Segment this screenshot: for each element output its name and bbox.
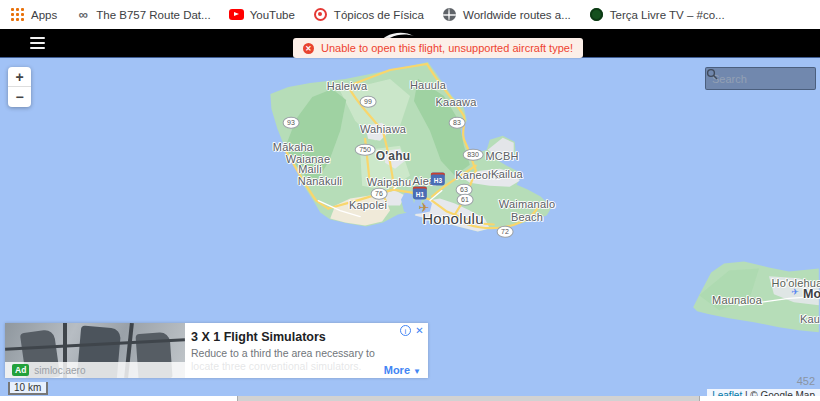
honolulu-airport-icon[interactable]: ✈ <box>419 201 430 214</box>
bookmark-label: Worldwide routes a... <box>463 9 571 21</box>
map-label: Haleiwa <box>327 80 368 93</box>
horizontal-scrollbar[interactable] <box>0 396 820 401</box>
map-label: Kaaawa <box>436 96 477 109</box>
map-label: Honolulu <box>422 210 484 227</box>
globe-icon <box>442 7 457 22</box>
map-label: Molo <box>803 287 820 301</box>
bookmark-b757-route[interactable]: ∞ The B757 Route Dat... <box>75 7 210 22</box>
map-label: Waimanalo Beach <box>499 198 555 223</box>
zoom-in-button[interactable]: + <box>8 67 31 87</box>
scrollbar-thumb[interactable] <box>237 396 700 401</box>
menu-icon[interactable] <box>30 37 45 49</box>
ad-badge: Ad <box>12 364 29 376</box>
molokai-airport-icon[interactable]: ✈ <box>791 288 799 297</box>
ad-close-icon[interactable]: ✕ <box>414 325 425 336</box>
bookmark-label: YouTube <box>250 9 295 21</box>
route-shield-icon: 750 <box>355 144 376 156</box>
green-dot-icon <box>589 7 604 22</box>
ad-headline[interactable]: 3 X 1 Flight Simulators <box>191 330 326 344</box>
map-scale: 10 km <box>8 382 48 395</box>
youtube-icon <box>229 7 244 22</box>
map-label: MCBH <box>485 150 518 163</box>
link-icon: ∞ <box>75 7 90 22</box>
interstate-shield-icon: H3 <box>431 173 445 186</box>
bookmark-apps[interactable]: Apps <box>10 7 57 22</box>
ad-footer: Ad simloc.aero More ▼ <box>5 362 428 378</box>
adchoices-icon[interactable]: i <box>400 325 411 336</box>
app-header: ✕ Unable to open this flight, unsupporte… <box>0 29 820 57</box>
bookmark-terca-livre[interactable]: Terça Livre TV – #co... <box>589 7 725 22</box>
bookmark-youtube[interactable]: YouTube <box>229 7 295 22</box>
bookmark-topicos-fisica[interactable]: Tópicos de Física <box>313 7 424 22</box>
error-toast-message: Unable to open this flight, unsupported … <box>321 42 573 54</box>
bookmarks-bar: Apps ∞ The B757 Route Dat... YouTube Tóp… <box>0 0 820 29</box>
search-icon <box>706 68 718 80</box>
ad-controls: i ✕ <box>400 325 425 336</box>
route-shield-icon: 830 <box>463 149 484 161</box>
ad-banner[interactable]: 3 X 1 Flight Simulators Reduce to a thir… <box>5 323 428 378</box>
map-label: Hauula <box>410 79 446 92</box>
screen: Apps ∞ The B757 Route Dat... YouTube Tóp… <box>0 0 820 401</box>
map-label: Kailua <box>491 168 523 181</box>
apps-grid-icon <box>10 7 25 22</box>
bookmark-label: Apps <box>31 9 57 21</box>
interstate-shield-icon: H1 <box>413 187 427 200</box>
map-label: Kauna <box>800 313 820 326</box>
counter-value: 452 <box>797 375 815 387</box>
bookmark-label: Tópicos de Física <box>334 9 424 21</box>
map-label: Maunaloa <box>712 294 762 307</box>
error-toast[interactable]: ✕ Unable to open this flight, unsupporte… <box>293 38 583 58</box>
map-label: Mākaha <box>273 141 313 154</box>
ad-advertiser: simloc.aero <box>34 365 378 376</box>
map-label: Wahiawa <box>360 123 406 136</box>
dropdown-arrow-icon: ▼ <box>413 367 421 376</box>
map-label: Waipahu <box>367 176 411 189</box>
error-circle-x-icon: ✕ <box>303 43 314 54</box>
map-label: O'ahu <box>376 150 411 164</box>
map-label: Nānākuli <box>298 175 342 188</box>
target-icon <box>313 7 328 22</box>
zoom-control: + − <box>8 67 31 107</box>
search-box[interactable] <box>705 67 816 90</box>
map-label: Maili <box>298 163 322 176</box>
bookmark-label: The B757 Route Dat... <box>96 9 210 21</box>
bookmark-worldwide-routes[interactable]: Worldwide routes a... <box>442 7 571 22</box>
bookmark-label: Terça Livre TV – #co... <box>610 9 725 21</box>
zoom-out-button[interactable]: − <box>8 87 31 107</box>
search-input[interactable] <box>712 73 782 85</box>
map-label: Kapolei <box>349 199 387 212</box>
ad-more-button[interactable]: More ▼ <box>384 364 421 376</box>
